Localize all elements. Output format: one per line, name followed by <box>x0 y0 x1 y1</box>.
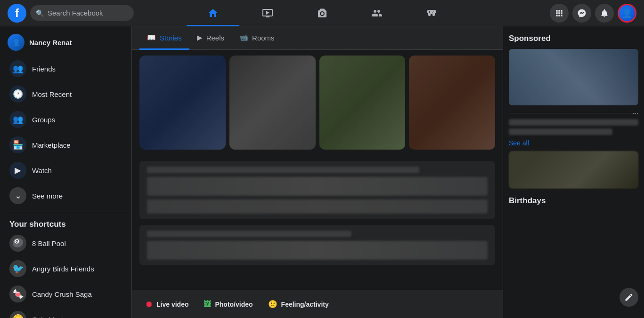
stories-row <box>139 56 495 150</box>
feed-blur-1 <box>147 167 419 173</box>
story-card-4[interactable] <box>409 56 495 150</box>
live-video-icon: ⏺ <box>145 300 153 309</box>
friends-sidebar-icon: 👥 <box>9 60 26 77</box>
8ball-icon: 🎱 <box>9 235 26 252</box>
coin-master-icon: 🪙 <box>9 311 26 318</box>
apps-button[interactable] <box>550 4 569 23</box>
story-overlay-3 <box>319 56 406 150</box>
candy-crush-label: Candy Crush Saga <box>32 290 92 298</box>
messenger-button[interactable] <box>572 4 591 23</box>
sidebar-divider <box>4 212 128 212</box>
sidebar-seemore-label: See more <box>32 192 63 200</box>
sponsored-img-blur <box>509 49 638 105</box>
edit-button[interactable] <box>620 288 638 307</box>
story-overlay-2 <box>229 56 316 150</box>
edit-icon-svg <box>624 293 634 302</box>
story-card-2[interactable] <box>229 56 316 150</box>
story-card-1[interactable] <box>139 56 226 150</box>
feed-blur-content-1 <box>147 177 488 196</box>
profile-avatar-button[interactable]: 👤 <box>618 4 636 23</box>
search-icon: 🔍 <box>36 9 44 17</box>
marketplace-sidebar-icon: 🏪 <box>9 136 26 153</box>
facebook-logo[interactable]: f <box>8 4 26 23</box>
sidebar-friends-label: Friends <box>32 65 56 73</box>
notifications-icon <box>600 8 609 18</box>
gaming-icon <box>426 8 437 19</box>
marketplace-icon <box>317 8 328 19</box>
watch-icon <box>262 8 273 19</box>
right-divider <box>509 113 638 113</box>
shortcut-angry-birds[interactable]: 🐦 Angry Birds Friends <box>4 256 128 281</box>
photo-video-icon: 🖼 <box>204 300 211 309</box>
feeling-activity-button[interactable]: 🙂 Feeling/activity <box>262 296 334 312</box>
right-see-all-container: See all <box>509 139 638 147</box>
recent-sidebar-icon: 🕐 <box>9 86 26 103</box>
content-tabs-bar: 📖 Stories ▶ Reels 📹 Rooms <box>132 26 503 50</box>
feed-card-1 <box>139 161 495 219</box>
live-video-button[interactable]: ⏺ Live video <box>139 296 194 312</box>
tab-reels[interactable]: ▶ Reels <box>189 27 232 50</box>
apps-icon <box>554 8 564 18</box>
sidebar-groups-label: Groups <box>32 116 55 124</box>
nav-watch-button[interactable] <box>241 2 294 24</box>
8ball-label: 8 Ball Pool <box>32 239 66 247</box>
rooms-tab-label: Rooms <box>252 34 275 42</box>
feed-card-2 <box>139 225 495 265</box>
sidebar-item-groups[interactable]: 👥 Groups <box>4 107 128 132</box>
feed-blur-content-3 <box>147 241 488 260</box>
sponsored-image <box>509 49 638 105</box>
tab-rooms[interactable]: 📹 Rooms <box>232 27 282 50</box>
nav-center <box>139 2 505 24</box>
story-overlay-4 <box>409 56 495 150</box>
search-bar[interactable]: 🔍 <box>30 5 134 21</box>
search-input[interactable] <box>48 9 123 17</box>
feeling-icon: 🙂 <box>268 300 277 309</box>
sidebar-item-marketplace[interactable]: 🏪 Marketplace <box>4 133 128 157</box>
nav-home-button[interactable] <box>187 2 239 24</box>
sidebar-watch-label: Watch <box>32 167 52 175</box>
nav-friends-button[interactable] <box>351 2 403 24</box>
post-composer: ⏺ Live video 🖼 Photo/video 🙂 Feeling/act… <box>132 290 503 318</box>
messenger-icon <box>577 8 587 18</box>
friends-icon <box>371 8 383 19</box>
right-sidebar: Sponsored See all Birthdays <box>503 26 644 318</box>
sidebar-user-item[interactable]: 👤 Nancy Renat <box>4 30 128 55</box>
sponsored-bottom-image <box>509 151 638 189</box>
story-overlay-1 <box>139 56 226 150</box>
watch-sidebar-icon: ▶ <box>9 162 26 179</box>
body-area: 👤 Nancy Renat 👥 Friends 🕐 Most Recent 👥 … <box>0 26 644 318</box>
story-card-3[interactable] <box>319 56 406 150</box>
sidebar-item-see-more[interactable]: ⌄ See more <box>4 183 128 208</box>
sidebar-item-watch[interactable]: ▶ Watch <box>4 158 128 183</box>
user-avatar: 👤 <box>8 34 24 51</box>
sponsored-title: Sponsored <box>509 34 638 43</box>
shortcut-candy-crush[interactable]: 🍬 Candy Crush Saga <box>4 282 128 306</box>
feeling-label: Feeling/activity <box>281 301 329 308</box>
notifications-button[interactable] <box>595 4 614 23</box>
coin-master-label: Coin Master <box>32 316 70 318</box>
stories-tab-label: Stories <box>160 34 182 42</box>
live-video-label: Live video <box>156 301 188 308</box>
shortcut-8ball[interactable]: 🎱 8 Ball Pool <box>4 231 128 255</box>
birthdays-title: Birthdays <box>509 196 638 206</box>
sponsored-card[interactable] <box>509 49 638 105</box>
see-all-link[interactable]: See all <box>509 139 529 147</box>
candy-crush-icon: 🍬 <box>9 286 26 302</box>
photo-video-button[interactable]: 🖼 Photo/video <box>198 296 258 312</box>
sidebar-item-most-recent[interactable]: 🕐 Most Recent <box>4 82 128 106</box>
angry-birds-label: Angry Birds Friends <box>32 265 94 273</box>
sidebar-marketplace-label: Marketplace <box>32 141 71 149</box>
left-sidebar: 👤 Nancy Renat 👥 Friends 🕐 Most Recent 👥 … <box>0 26 132 318</box>
home-icon <box>207 8 219 19</box>
feed-blur-3 <box>147 231 351 237</box>
stories-section <box>132 50 503 155</box>
nav-gaming-button[interactable] <box>405 2 458 24</box>
shortcut-coin-master[interactable]: 🪙 Coin Master <box>4 307 128 318</box>
sidebar-item-friends[interactable]: 👥 Friends <box>4 56 128 81</box>
tab-stories[interactable]: 📖 Stories <box>139 27 189 50</box>
nav-marketplace-button[interactable] <box>296 2 349 24</box>
groups-sidebar-icon: 👥 <box>9 111 26 128</box>
nav-left: f 🔍 <box>8 4 139 23</box>
see-more-sidebar-icon: ⌄ <box>9 187 26 204</box>
rooms-tab-icon: 📹 <box>239 33 248 42</box>
